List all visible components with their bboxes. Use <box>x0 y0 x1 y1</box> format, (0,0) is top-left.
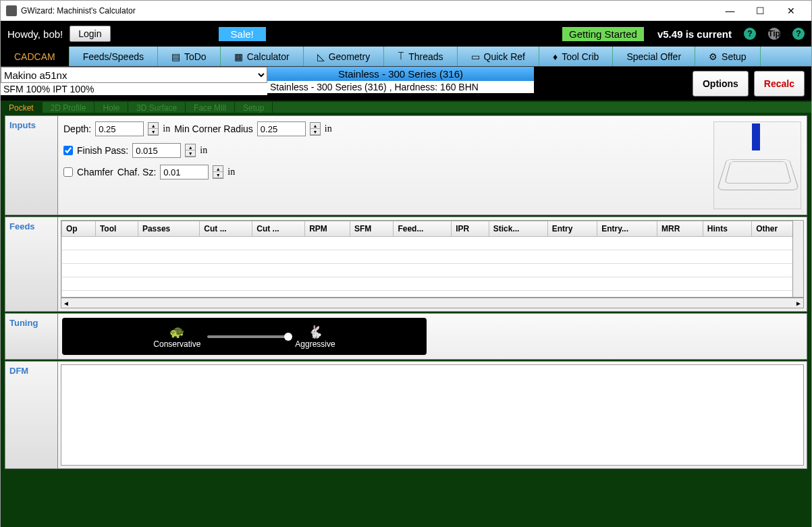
feature-tabs: Pocket 2D Profile Hole 3D Surface Face M… <box>1 101 811 115</box>
machine-overrides: SFM 100% IPT 100% <box>1 83 267 95</box>
greeting-text: Howdy, bob! <box>7 28 63 40</box>
sale-button[interactable]: Sale! <box>219 27 266 41</box>
minitab-pocket[interactable]: Pocket <box>1 102 43 113</box>
col-rpm[interactable]: RPM <box>305 221 350 237</box>
tab-geometry[interactable]: ◺Geometry <box>304 47 384 66</box>
recalc-button[interactable]: Recalc <box>754 71 805 96</box>
vertical-scrollbar[interactable] <box>792 221 803 297</box>
col-entry[interactable]: Entry <box>547 221 597 237</box>
geometry-icon: ◺ <box>317 51 325 62</box>
tab-todo[interactable]: ▤ToDo <box>158 47 221 66</box>
tab-quickref[interactable]: ▭Quick Ref <box>458 47 539 66</box>
chamfer-unit: in <box>227 167 235 177</box>
finish-input[interactable] <box>132 143 181 158</box>
tab-setup[interactable]: ⚙Setup <box>695 47 761 66</box>
col-stick-[interactable]: Stick... <box>489 221 547 237</box>
info-icon[interactable]: ? <box>792 28 805 40</box>
window-titlebar: GWizard: Machinist's Calculator — ☐ ✕ <box>1 1 811 21</box>
window-title: GWizard: Machinist's Calculator <box>21 6 715 16</box>
col-op[interactable]: Op <box>62 221 96 237</box>
inputs-panel: Inputs Depth: ▲▼ in Min Corner Radius ▲▼… <box>5 115 807 215</box>
minitab-hole[interactable]: Hole <box>94 102 128 113</box>
close-button[interactable]: ✕ <box>776 1 806 20</box>
tab-threads[interactable]: ⟙Threads <box>384 47 457 66</box>
finish-unit: in <box>200 145 207 156</box>
minitab-2d-profile[interactable]: 2D Profile <box>43 102 95 113</box>
material-selector[interactable]: Stainless - 300 Series (316) <box>267 67 534 81</box>
dfm-output <box>61 364 804 466</box>
table-row <box>62 277 803 291</box>
depth-unit: in <box>163 123 170 134</box>
main-area: Inputs Depth: ▲▼ in Min Corner Radius ▲▼… <box>1 115 811 527</box>
col-entry-[interactable]: Entry... <box>597 221 657 237</box>
tab-cadcam[interactable]: CADCAM <box>1 47 70 66</box>
col-hints[interactable]: Hints <box>703 221 751 237</box>
rabbit-icon: 🐇 <box>295 325 335 339</box>
tip-icon[interactable]: Tip <box>768 28 780 40</box>
tool-icon: ♦ <box>553 51 558 62</box>
book-icon: ▭ <box>471 51 480 62</box>
col-feed-[interactable]: Feed... <box>394 221 452 237</box>
col-tool[interactable]: Tool <box>95 221 138 237</box>
slider-thumb[interactable] <box>284 333 292 341</box>
table-row <box>62 291 803 298</box>
corner-spinner[interactable]: ▲▼ <box>310 122 321 136</box>
chamfer-spinner[interactable]: ▲▼ <box>213 165 223 179</box>
col-passes[interactable]: Passes <box>138 221 199 237</box>
col-mrr[interactable]: MRR <box>657 221 703 237</box>
minitab-setup[interactable]: Setup <box>235 102 273 113</box>
col-cut-[interactable]: Cut ... <box>200 221 252 237</box>
finish-spinner[interactable]: ▲▼ <box>185 144 196 157</box>
threads-icon: ⟙ <box>398 51 404 62</box>
col-ipr[interactable]: IPR <box>452 221 489 237</box>
horizontal-scrollbar[interactable]: ◄► <box>61 298 804 308</box>
table-row <box>62 250 803 264</box>
tab-toolcrib[interactable]: ♦Tool Crib <box>539 47 613 66</box>
dfm-label: DFM <box>5 362 58 468</box>
corner-label: Min Corner Radius <box>174 123 253 134</box>
material-detail: Stainless - 300 Series (316) , Hardness:… <box>267 81 534 93</box>
tuning-panel: Tuning 🐢 Conservative 🐇 Aggressive <box>5 313 807 360</box>
table-row <box>62 264 803 277</box>
chamfer-size-label: Chaf. Sz: <box>117 167 157 177</box>
dfm-panel: DFM <box>5 361 807 469</box>
getting-started-badge[interactable]: Getting Started <box>562 27 644 41</box>
table-row <box>62 237 803 250</box>
finish-label: Finish Pass: <box>77 145 128 156</box>
chamfer-input[interactable] <box>160 165 209 179</box>
login-button[interactable]: Login <box>70 26 110 42</box>
feeds-panel: Feeds OpToolPassesCut ...Cut ...RPMSFMFe… <box>5 217 807 312</box>
minitab-face-mill[interactable]: Face Mill <box>186 102 235 113</box>
header-bar: Howdy, bob! Login Sale! Getting Started … <box>1 21 811 47</box>
options-button[interactable]: Options <box>693 71 749 96</box>
minimize-button[interactable]: — <box>715 1 745 20</box>
finish-pass-checkbox[interactable] <box>63 146 73 155</box>
col-cut-[interactable]: Cut ... <box>252 221 305 237</box>
feeds-table[interactable]: OpToolPassesCut ...Cut ...RPMSFMFeed...I… <box>61 221 803 298</box>
minitab-3d-surface[interactable]: 3D Surface <box>128 102 186 113</box>
chamfer-checkbox[interactable] <box>63 167 73 177</box>
conservative-label: Conservative <box>153 339 200 349</box>
feeds-label: Feeds <box>5 217 58 311</box>
version-text: v5.49 is current <box>657 28 732 40</box>
tab-calculator[interactable]: ▦Calculator <box>221 47 304 66</box>
depth-input[interactable] <box>95 121 144 136</box>
help-icon[interactable]: ? <box>744 28 756 40</box>
machine-select[interactable]: Makino a51nx <box>1 67 267 83</box>
list-icon: ▤ <box>171 51 180 62</box>
turtle-icon: 🐢 <box>153 325 200 339</box>
tab-special-offer[interactable]: Special Offer <box>613 47 695 66</box>
corner-unit: in <box>325 123 332 134</box>
machine-row: Makino a51nx SFM 100% IPT 100% Stainless… <box>1 67 811 101</box>
depth-label: Depth: <box>63 123 91 134</box>
maximize-button[interactable]: ☐ <box>745 1 776 20</box>
depth-spinner[interactable]: ▲▼ <box>148 122 159 136</box>
inputs-label: Inputs <box>5 116 58 215</box>
corner-input[interactable] <box>257 121 306 136</box>
tab-feeds-speeds[interactable]: Feeds/Speeds <box>70 47 158 66</box>
tuning-slider[interactable] <box>207 335 288 338</box>
col-sfm[interactable]: SFM <box>350 221 394 237</box>
aggressive-label: Aggressive <box>295 339 335 349</box>
app-icon <box>6 5 17 16</box>
chamfer-label: Chamfer <box>77 167 113 177</box>
